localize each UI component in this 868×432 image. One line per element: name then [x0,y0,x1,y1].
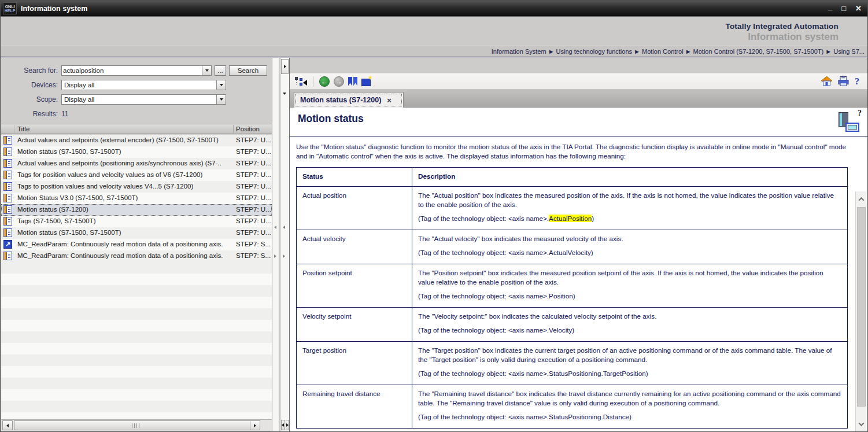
arrow-right-icon [274,254,276,258]
back-button[interactable]: ← [319,76,330,87]
home-icon[interactable] [821,76,832,86]
arrow-down-icon[interactable] [283,93,286,95]
table-row: Actual position The "Actual position" bo… [297,187,848,230]
search-hit-highlight: ActualPosition [549,215,592,222]
help-topic-icon [3,159,12,168]
column-header-title[interactable]: Title [17,125,29,132]
print-icon[interactable] [838,76,849,86]
bookmarks-icon[interactable] [348,77,357,86]
window-title: Information system [21,5,87,13]
arrow-left-icon [6,424,9,427]
search-panel: Search for: ... Search Devices: Display … [1,58,272,431]
result-row[interactable]: Tags (S7-1500, S7-1500T) STEP7: U... [1,216,272,227]
search-for-label: Search for: [1,65,58,76]
status-description-table: Status Description Actual position The "… [296,167,848,429]
browse-button[interactable]: ... [215,65,226,76]
search-input[interactable] [63,67,201,75]
heading-divider [290,136,867,136]
brand-line-2: Information system [725,31,839,43]
scroll-down-button[interactable] [856,418,866,430]
result-row[interactable]: Actual values and setpoints (external en… [1,135,272,146]
result-row[interactable]: Actual values and setpoints (positioning… [1,158,272,169]
locate-in-contents-icon[interactable] [294,76,307,87]
brand-block: Totally Integrated Automation Informatio… [725,22,839,43]
titlebar: ONLI HELP Information system _ □ ✕ [1,1,867,16]
tab-motion-status[interactable]: Motion status (S7-1200) × [294,92,404,108]
result-row[interactable]: Motion Status V3.0 (S7-1500, S7-1500T) S… [1,193,272,204]
external-link-icon: ↗ [3,240,12,249]
scroll-right-button[interactable] [250,420,260,430]
splitter-right-button[interactable] [286,420,290,430]
scrollbar-thumb[interactable] [14,420,257,430]
help-topic-icon [3,171,12,179]
scope-dropdown-button[interactable] [216,95,226,104]
help-panel: ← → [290,58,867,431]
help-topic-icon [3,228,12,237]
help-topic-icon [3,194,12,202]
help-topic-icon [3,136,12,145]
panel-splitter[interactable] [280,58,290,431]
arrow-right-icon [284,65,286,68]
page-title: Motion status [298,113,364,125]
table-header-row: Status Description [297,168,848,187]
scroll-left-button[interactable] [2,420,13,430]
devices-dropdown-button[interactable] [216,80,226,90]
brand-line-1: Totally Integrated Automation [725,22,839,31]
result-row[interactable]: Motion status (S7-1500, S7-1500T) STEP7:… [1,146,272,158]
table-row: Target position The "Target position" bo… [297,342,848,385]
devices-value: Display all [64,82,215,88]
result-row[interactable]: Tags for position values and velocity va… [1,169,272,181]
search-dropdown-button[interactable] [202,66,211,75]
add-bookmark-icon[interactable] [361,79,371,86]
scope-label: Scope: [1,94,58,105]
left-panel-vertical-scrollbar[interactable] [272,58,279,431]
column-header-position[interactable]: Position [236,125,260,132]
breadcrumb-bar: Information System ► Using technology fu… [1,46,867,57]
result-row[interactable]: MC_ReadParam: Continuously read motion d… [1,250,272,262]
help-icon[interactable]: ? [855,76,859,87]
content-vertical-scrollbar[interactable] [855,191,866,431]
arrow-left-icon [274,226,276,229]
search-combo [61,65,212,76]
devices-select[interactable]: Display all [61,80,226,90]
chevron-down-icon [220,98,223,101]
main-area: Search for: ... Search Devices: Display … [1,58,867,431]
tab-close-icon[interactable]: × [387,96,391,105]
results-count: 11 [61,109,68,119]
arrow-right-icon [286,423,289,427]
online-help-app-icon: ONLI HELP [3,2,17,14]
breadcrumb[interactable]: Information System ► Using technology fu… [492,48,865,55]
close-button[interactable]: ✕ [855,1,862,16]
panel-help-icon[interactable]: ? [839,110,862,134]
forward-button[interactable]: → [334,76,344,87]
horizontal-scrollbar[interactable] [1,419,272,431]
devices-label: Devices: [1,80,58,90]
table-row: Velocity setpoint The "Velocity setpoint… [297,308,848,342]
search-button[interactable]: Search [229,65,267,76]
result-row-selected[interactable]: Motion status (S7-1200) STEP7: U... [1,204,272,216]
help-content: Motion status ? Use the "Motion status" … [290,108,867,431]
minimize-button[interactable]: _ [828,0,832,14]
header-band: Totally Integrated Automation Informatio… [1,16,867,46]
results-table-header: Title Position [1,124,272,134]
chevron-down-icon [220,84,223,86]
result-row[interactable]: ↗ MC_ReadParam: Continuously read motion… [1,239,272,250]
maximize-button[interactable]: □ [841,1,846,16]
result-row[interactable]: Tags to position values and velocity val… [1,181,272,193]
splitter-left-button[interactable] [281,420,285,430]
collapse-panel-button[interactable] [281,59,289,74]
scroll-up-button[interactable] [856,193,866,205]
help-topic-icon [3,182,12,191]
chevron-up-icon [858,197,864,202]
chevron-down-icon [205,69,209,72]
result-row[interactable]: Motion status (S7-1500, S7-1500T) STEP7:… [1,227,272,239]
scope-select[interactable]: Display all [61,94,226,105]
arrow-right-icon [254,424,256,427]
help-topic-icon [3,147,12,156]
description-header-cell: Description [412,168,848,187]
scrollbar-thumb[interactable] [857,207,866,407]
information-system-window: ONLI HELP Information system _ □ ✕ Total… [0,0,868,432]
arrow-right-icon [283,254,285,258]
status-header-cell: Status [297,168,412,187]
arrow-left-icon [283,226,285,229]
